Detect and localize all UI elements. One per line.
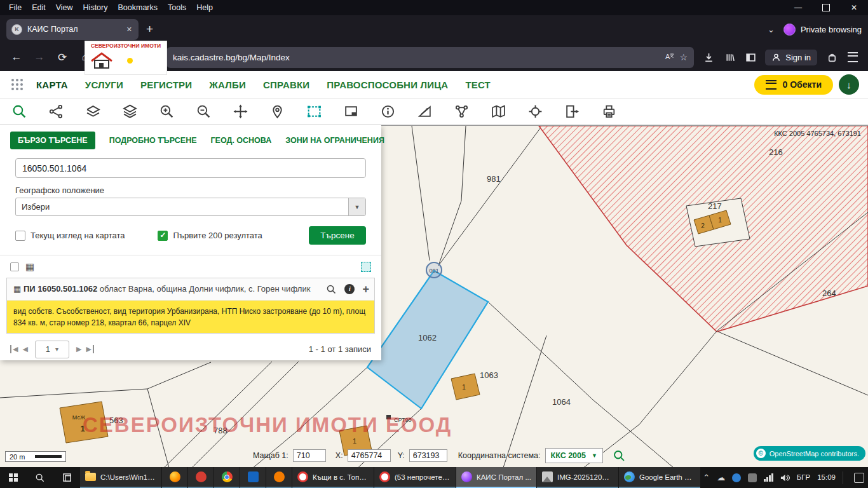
print-icon[interactable] bbox=[601, 104, 617, 119]
tab-quick-search[interactable]: БЪРЗО ТЪРСЕНЕ bbox=[10, 132, 95, 149]
export-page-icon[interactable] bbox=[564, 104, 580, 119]
current-view-checkbox[interactable] bbox=[15, 231, 25, 241]
zoom-to-result-icon[interactable] bbox=[326, 284, 337, 295]
onedrive-cloud-icon[interactable]: ☁ bbox=[717, 473, 725, 482]
search-tool-icon[interactable] bbox=[11, 104, 27, 119]
taskbar-search-button[interactable] bbox=[27, 467, 53, 488]
tab-geodetic-basis[interactable]: ГЕОД. ОСНОВА bbox=[211, 136, 272, 145]
taskbar-window-mail[interactable]: (53 непрочетен... bbox=[374, 467, 456, 488]
collapse-panel-button[interactable]: ↓ bbox=[839, 74, 859, 95]
taskbar-window-google-earth[interactable]: Google Earth Pro bbox=[619, 467, 700, 488]
basemap-layers-icon[interactable] bbox=[85, 104, 101, 119]
nav-karta[interactable]: КАРТА bbox=[36, 79, 68, 90]
first-200-checkbox[interactable] bbox=[158, 231, 168, 241]
taskbar-window-kais-active[interactable]: КАИС Портал ... bbox=[456, 467, 536, 488]
menu-edit[interactable]: Edit bbox=[27, 3, 51, 12]
notification-center-icon[interactable] bbox=[854, 473, 864, 483]
coordinate-search-icon[interactable] bbox=[613, 449, 626, 463]
extent-rectangle-icon[interactable] bbox=[343, 104, 359, 119]
taskbar-app-orange[interactable] bbox=[266, 467, 292, 488]
panel-corner-icon[interactable] bbox=[361, 262, 371, 272]
minimize-button[interactable]: — bbox=[784, 0, 812, 15]
page-number-select[interactable]: 1 ▾ bbox=[35, 341, 69, 358]
address-bar[interactable]: kais.cadastre.bg/bg/Map/Index A ☆ bbox=[166, 47, 694, 68]
clock[interactable]: 15:09 bbox=[817, 474, 836, 482]
menu-bookmarks[interactable]: Bookmarks bbox=[112, 3, 163, 12]
taskbar-window-image[interactable]: IMG-20251203-... bbox=[537, 467, 618, 488]
select-dropdown-icon[interactable]: ▼ bbox=[348, 198, 365, 215]
nav-registri[interactable]: РЕГИСТРИ bbox=[140, 79, 192, 90]
tab-restriction-zones[interactable]: ЗОНИ НА ОГРАНИЧЕНИЯ bbox=[285, 136, 384, 145]
nav-test[interactable]: ТЕСТ bbox=[465, 79, 491, 90]
osm-attribution[interactable]: © OpenStreetMap contributors. bbox=[754, 446, 865, 461]
tab-detailed-search[interactable]: ПОДРОБНО ТЪРСЕНЕ bbox=[109, 136, 197, 145]
topology-tool-icon[interactable] bbox=[48, 104, 64, 119]
taskbar-window-explorer[interactable]: C:\Users\Win10\... bbox=[80, 467, 161, 488]
taskbar-window-houses[interactable]: Къщи в с. Топо... bbox=[292, 467, 374, 488]
select-all-results-checkbox[interactable] bbox=[10, 262, 19, 271]
tray-blue-app-icon[interactable] bbox=[732, 473, 741, 482]
tab-kais-portal[interactable]: K КАИС Портал ✕ bbox=[6, 19, 139, 40]
result-info-icon[interactable]: i bbox=[344, 284, 355, 294]
tray-expand-icon[interactable]: ⌃ bbox=[703, 473, 710, 482]
volume-icon[interactable] bbox=[780, 473, 790, 482]
bookmark-star-icon[interactable]: ☆ bbox=[679, 52, 688, 62]
select-rectangle-tool-icon[interactable] bbox=[306, 104, 322, 119]
downloads-icon[interactable] bbox=[702, 51, 715, 64]
taskbar-app-firefox[interactable] bbox=[162, 467, 187, 488]
add-result-icon[interactable]: + bbox=[362, 283, 369, 295]
layers-icon[interactable] bbox=[122, 104, 138, 119]
x-coordinate-input[interactable] bbox=[348, 449, 391, 462]
close-button[interactable]: ✕ bbox=[840, 0, 868, 15]
menu-tools[interactable]: Tools bbox=[163, 3, 191, 12]
extensions-bag-icon[interactable] bbox=[825, 51, 838, 64]
back-button[interactable]: ← bbox=[6, 47, 27, 67]
result-card[interactable]: ▦ ПИ 16050.501.1062 област Варна, община… bbox=[6, 278, 375, 334]
nav-spravki[interactable]: СПРАВКИ bbox=[263, 79, 309, 90]
search-button[interactable]: Търсене bbox=[309, 226, 366, 245]
parcel-search-input[interactable] bbox=[15, 158, 366, 178]
prev-page-icon[interactable]: ◀ bbox=[22, 345, 27, 353]
forward-button[interactable]: → bbox=[29, 47, 50, 67]
app-menu-icon[interactable] bbox=[846, 51, 859, 64]
zoom-in-icon[interactable] bbox=[159, 104, 175, 119]
new-tab-button[interactable]: + bbox=[146, 22, 153, 36]
taskbar-app-chrome[interactable] bbox=[214, 467, 240, 488]
last-page-icon[interactable]: ▶ bbox=[86, 345, 93, 353]
info-tool-icon[interactable] bbox=[380, 104, 396, 119]
menu-history[interactable]: History bbox=[78, 3, 113, 12]
tray-grey-app-icon[interactable] bbox=[748, 473, 757, 482]
geo-position-select[interactable]: Избери ▼ bbox=[15, 198, 366, 216]
menu-view[interactable]: View bbox=[51, 3, 78, 12]
menu-file[interactable]: File bbox=[4, 3, 27, 12]
map-sheet-icon[interactable] bbox=[491, 104, 506, 119]
nav-pravosposobni-litsa[interactable]: ПРАВОСПОСОБНИ ЛИЦА bbox=[327, 79, 448, 90]
list-tabs-icon[interactable]: ⌄ bbox=[768, 25, 775, 34]
y-coordinate-input[interactable] bbox=[409, 449, 447, 462]
start-button[interactable] bbox=[0, 467, 27, 488]
url-text[interactable]: kais.cadastre.bg/bg/Map/Index bbox=[173, 53, 659, 62]
first-page-icon[interactable]: ◀ bbox=[10, 345, 18, 353]
scale-input[interactable] bbox=[293, 449, 326, 462]
signin-button[interactable]: Sign in bbox=[765, 50, 817, 65]
sidebar-toggle-icon[interactable] bbox=[744, 51, 757, 64]
taskbar-app-blue[interactable] bbox=[240, 467, 266, 488]
library-icon[interactable] bbox=[723, 51, 736, 64]
apps-grid-icon[interactable] bbox=[11, 79, 14, 81]
taskbar-app-red[interactable] bbox=[188, 467, 214, 488]
nav-uslugi[interactable]: УСЛУГИ bbox=[85, 79, 123, 90]
pan-tool-icon[interactable] bbox=[233, 104, 248, 119]
nav-zhalbi[interactable]: ЖАЛБИ bbox=[209, 79, 246, 90]
menu-help[interactable]: Help bbox=[191, 3, 218, 12]
reload-button[interactable]: ⟳ bbox=[52, 47, 72, 67]
crosshair-coordinates-icon[interactable] bbox=[527, 104, 543, 119]
language-indicator[interactable]: БГР bbox=[797, 474, 810, 482]
crs-select[interactable]: ККС 2005 ▼ bbox=[545, 448, 603, 463]
share-network-icon[interactable] bbox=[454, 104, 470, 119]
objects-counter-button[interactable]: 0 Обекти bbox=[754, 75, 833, 95]
translate-icon[interactable]: A bbox=[664, 51, 674, 64]
location-pin-icon[interactable] bbox=[269, 104, 285, 119]
zoom-out-icon[interactable] bbox=[196, 104, 212, 119]
measure-slope-icon[interactable] bbox=[417, 104, 433, 119]
next-page-icon[interactable]: ▶ bbox=[76, 345, 81, 353]
